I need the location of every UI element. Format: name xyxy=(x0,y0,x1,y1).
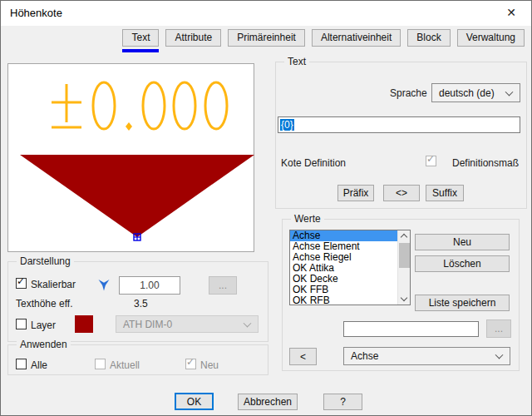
chevron-down-icon xyxy=(495,351,504,359)
elevation-preview: ±0.000 xyxy=(7,63,254,252)
sprache-combo[interactable]: deutsch (de) xyxy=(431,83,520,102)
selected-text: {0} xyxy=(280,119,294,131)
close-icon[interactable]: ✕ xyxy=(503,6,520,19)
tab-block[interactable]: Block xyxy=(407,29,450,47)
dialog-title: Höhenkote xyxy=(10,7,62,19)
neu-label: Neu xyxy=(200,359,219,371)
alle-label: Alle xyxy=(31,359,47,371)
scrollbar-thumb[interactable] xyxy=(399,243,410,268)
scroll-down-icon[interactable] xyxy=(398,293,411,305)
liste-speichern-button[interactable]: Liste speichern xyxy=(415,295,510,311)
measure-placeholder-button[interactable]: <> xyxy=(383,185,420,201)
tab-attribute[interactable]: Attribute xyxy=(165,29,221,47)
wert-browse-button[interactable]: ... xyxy=(486,319,511,338)
neu-checkbox[interactable]: ✓ xyxy=(185,359,196,369)
darstellung-group-label: Darstellung xyxy=(17,255,74,267)
chevron-down-icon xyxy=(244,319,252,327)
tab-primaereinheit[interactable]: Primäreinheit xyxy=(228,29,305,47)
neu-button[interactable]: Neu xyxy=(415,234,510,250)
sprache-label: Sprache xyxy=(390,87,427,99)
ok-button[interactable]: OK xyxy=(175,393,214,410)
textheight-value: 3.5 xyxy=(134,298,148,310)
suffix-button[interactable]: Suffix xyxy=(426,185,464,201)
abbrechen-button[interactable]: Abbrechen xyxy=(238,394,298,410)
scale-browse-button[interactable]: ... xyxy=(209,276,237,295)
tab-text[interactable]: Text xyxy=(122,29,159,47)
list-item[interactable]: OK RFB xyxy=(290,295,397,305)
elevation-triangle xyxy=(20,155,254,237)
kote-text-input[interactable]: {0} xyxy=(278,116,520,133)
hoehenkote-dialog: Höhenkote ✕ Text Attribute Primäreinheit… xyxy=(0,0,532,416)
praefix-button[interactable]: Präfix xyxy=(337,185,374,201)
scroll-up-icon[interactable] xyxy=(398,230,411,242)
help-button[interactable]: ? xyxy=(323,394,362,410)
tab-alternativeinheit[interactable]: Alternativeinheit xyxy=(312,29,401,47)
layer-checkbox[interactable] xyxy=(16,319,27,329)
chevron-down-icon xyxy=(505,87,514,96)
werte-group-label: Werte xyxy=(291,213,324,225)
back-arrow-button[interactable]: < xyxy=(289,348,317,365)
anwenden-group-label: Anwenden xyxy=(17,339,71,350)
textheight-label: Texthöhe eff. xyxy=(16,298,73,310)
aktuell-checkbox[interactable] xyxy=(95,359,106,369)
title-bar: Höhenkote ✕ xyxy=(1,1,531,26)
wert-edit-input[interactable] xyxy=(343,321,479,337)
scale-factor-input[interactable]: 1.00 xyxy=(119,276,180,295)
werte-list-rows: Achse Achse Element Achse Riegel OK Atti… xyxy=(290,230,397,305)
aktuell-label: Aktuell xyxy=(110,359,140,371)
tab-bar: Text Attribute Primäreinheit Alternative… xyxy=(122,29,525,47)
werte-listbox[interactable]: Achse Achse Element Achse Riegel OK Atti… xyxy=(289,230,411,305)
layer-label: Layer xyxy=(31,319,56,331)
scale-axis-icon xyxy=(97,278,111,291)
skalierbar-label: Skalierbar xyxy=(31,279,76,290)
elevation-preview-drawing xyxy=(8,64,255,253)
list-scrollbar[interactable] xyxy=(397,230,410,305)
alle-checkbox[interactable] xyxy=(16,359,27,369)
loeschen-button[interactable]: Löschen xyxy=(415,255,510,272)
layer-color-swatch[interactable] xyxy=(75,315,93,333)
definitionsmass-checkbox[interactable]: ✓ xyxy=(426,156,436,166)
definitionsmass-label: Definitionsmaß xyxy=(452,157,519,169)
wert-combo[interactable]: Achse xyxy=(343,347,510,365)
skalierbar-checkbox[interactable]: ✓ xyxy=(16,278,27,289)
kote-definition-label: Kote Definition xyxy=(281,157,346,169)
text-group-label: Text xyxy=(284,56,309,67)
layer-combo[interactable]: ATH DIM-0 xyxy=(116,315,259,333)
tab-verwaltung[interactable]: Verwaltung xyxy=(457,29,525,47)
